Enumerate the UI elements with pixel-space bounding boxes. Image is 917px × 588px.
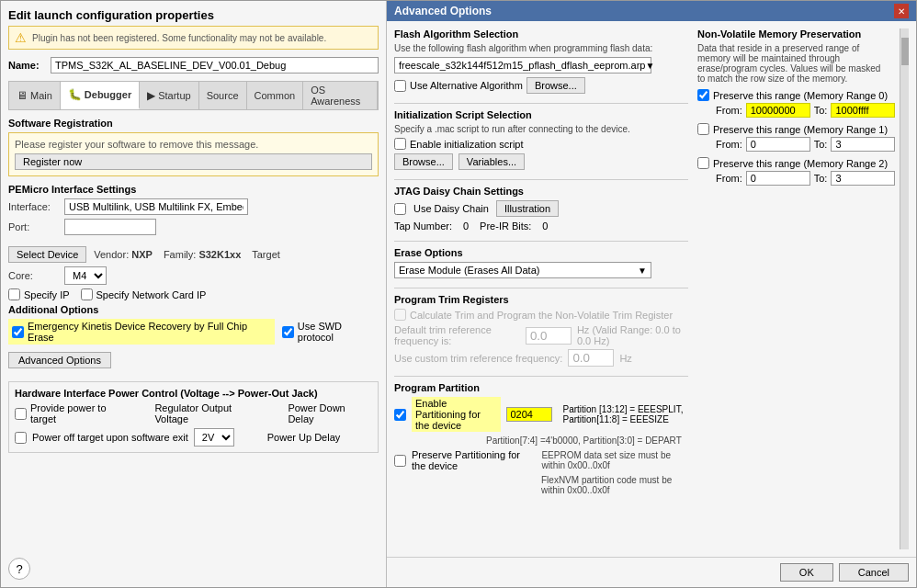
nvm-range-0-from-input[interactable] <box>746 103 810 118</box>
software-reg-title: Software Registration <box>8 118 379 129</box>
nvm-range-2-checkbox[interactable] <box>697 157 709 169</box>
tab-main[interactable]: 🖥 Main <box>9 82 61 109</box>
register-now-button[interactable]: Register now <box>15 153 372 170</box>
tab-common[interactable]: Common <box>247 82 304 109</box>
tap-row: Tap Number: 0 Pre-IR Bits: 0 <box>394 220 688 232</box>
init-browse-button[interactable]: Browse... <box>394 153 453 170</box>
nvm-range-2: Preserve this range (Memory Range 2) Fro… <box>697 157 890 186</box>
interface-input[interactable] <box>64 198 248 215</box>
advanced-options-panel: Advanced Options ✕ Flash Algorithm Selec… <box>387 1 916 587</box>
nvm-range-2-to-input[interactable] <box>831 171 895 186</box>
emergency-recovery-checkbox[interactable] <box>12 326 24 338</box>
tap-number-label: Tap Number: <box>394 220 452 232</box>
software-registration-section: Software Registration Please register yo… <box>8 118 379 176</box>
custom-trim-input[interactable] <box>568 349 614 367</box>
preserve-partition-checkbox[interactable] <box>394 455 406 467</box>
help-button[interactable]: ? <box>8 558 30 580</box>
right-main: Flash Algorithm Selection Use the follow… <box>394 28 688 549</box>
main-tab-icon: 🖥 <box>17 89 28 102</box>
flash-algorithm-section: Flash Algorithm Selection Use the follow… <box>394 28 688 94</box>
enable-init-script-row: Enable initialization script <box>394 138 688 150</box>
content-area: Edit launch configuration properties ⚠ P… <box>1 1 916 587</box>
default-trim-input[interactable] <box>526 327 572 345</box>
preserve-partition-label: Preserve Partitioning for the device <box>412 449 526 471</box>
flash-algorithm-title: Flash Algorithm Selection <box>394 28 688 40</box>
power-up-label: Power Up Delay <box>267 432 340 443</box>
warning-text: Plugin has not been registered. Some fun… <box>32 33 326 43</box>
right-content: Flash Algorithm Selection Use the follow… <box>387 21 916 557</box>
use-swd-label: Use SWD protocol <box>298 321 379 343</box>
debugger-tab-icon: 🐛 <box>68 88 82 101</box>
specify-network-label: Specify Network Card IP <box>96 289 207 300</box>
erase-combo[interactable]: Erase Module (Erases All Data) ▼ <box>394 262 651 278</box>
partition-desc1: Partition [13:12] = EEESPLIT, Partition[… <box>563 404 689 424</box>
power-off-checkbox[interactable] <box>15 432 27 444</box>
advanced-options-dialog-title: Advanced Options <box>394 5 492 17</box>
advanced-options-button[interactable]: Advanced Options <box>8 352 111 368</box>
calc-trim-checkbox[interactable] <box>394 309 406 321</box>
use-swd-checkbox[interactable] <box>282 326 294 338</box>
close-button[interactable]: ✕ <box>894 4 909 18</box>
port-label: Port: <box>8 221 59 232</box>
use-alt-algorithm-checkbox[interactable] <box>394 80 406 92</box>
use-alt-algorithm-row: Use Alternative Algorithm Browse... <box>394 77 688 94</box>
specify-network-checkbox[interactable] <box>81 288 93 300</box>
use-daisy-chain-checkbox[interactable] <box>394 203 406 215</box>
use-daisy-chain-label: Use Daisy Chain <box>413 203 489 214</box>
tab-source[interactable]: Source <box>199 82 247 109</box>
pre-ir-label: Pre-IR Bits: <box>480 220 531 232</box>
specify-ip-label: Specify IP <box>24 289 70 300</box>
ok-button[interactable]: OK <box>780 563 833 582</box>
calc-trim-row: Calculate Trim and Program the Non-Volat… <box>394 309 688 321</box>
erase-title: Erase Options <box>394 247 688 258</box>
nvm-range-1-check: Preserve this range (Memory Range 1) <box>697 123 890 135</box>
enable-init-script-checkbox[interactable] <box>394 138 406 150</box>
partition-value-input[interactable] <box>506 407 552 422</box>
nvm-range-0-checkbox[interactable] <box>697 89 709 101</box>
scroll-thumb[interactable] <box>901 38 909 65</box>
flash-browse-button[interactable]: Browse... <box>526 77 585 94</box>
family-label: Family: S32K1xx <box>164 249 241 260</box>
voltage-select[interactable]: 2V <box>194 428 234 447</box>
nvm-range-0-to-label: To: <box>814 105 828 116</box>
enable-init-script-label: Enable initialization script <box>410 139 524 150</box>
port-input[interactable] <box>64 219 156 235</box>
preserve-partition-row: Preserve Partitioning for the device EEP… <box>394 449 688 471</box>
divider-1 <box>394 103 688 104</box>
core-select[interactable]: M4 <box>64 266 107 285</box>
tab-debugger[interactable]: 🐛 Debugger <box>61 82 140 109</box>
nvm-range-2-from-input[interactable] <box>746 171 810 186</box>
tab-os-awareness[interactable]: OS Awareness <box>303 82 378 109</box>
device-row: Select Device Vendor: NXP Family: S32K1x… <box>8 246 379 263</box>
nvm-range-2-label: Preserve this range (Memory Range 2) <box>713 158 888 169</box>
nvm-range-1-checkbox[interactable] <box>697 123 709 135</box>
use-swd-row: Use SWD protocol <box>282 321 379 343</box>
cancel-button[interactable]: Cancel <box>839 563 909 582</box>
specify-ip-checkbox[interactable] <box>8 288 20 300</box>
use-alt-algorithm-label: Use Alternative Algorithm <box>410 80 523 91</box>
name-input[interactable] <box>51 57 379 74</box>
core-label: Core: <box>8 270 59 281</box>
variables-button[interactable]: Variables... <box>458 153 525 170</box>
enable-partition-checkbox[interactable] <box>394 409 406 421</box>
flash-algorithm-desc: Use the following flash algorithm when p… <box>394 43 688 53</box>
select-device-button[interactable]: Select Device <box>8 246 86 263</box>
flash-algorithm-combo[interactable]: freescale_s32k144f512m15_pflash_dflash_e… <box>394 57 651 74</box>
erase-section: Erase Options Erase Module (Erases All D… <box>394 247 688 278</box>
nvm-range-1-from-to: From: To: <box>697 137 890 152</box>
provide-power-checkbox[interactable] <box>15 408 27 420</box>
specify-ip-row: Specify IP <box>8 288 70 300</box>
tab-startup[interactable]: ▶ Startup <box>140 82 198 109</box>
nvm-range-0-to-input[interactable] <box>831 103 895 118</box>
advanced-options-title-bar: Advanced Options ✕ <box>387 1 916 21</box>
power-down-label: Power Down Delay <box>288 402 372 424</box>
nvm-range-1-from-input[interactable] <box>746 137 810 152</box>
trim-title: Program Trim Registers <box>394 294 688 305</box>
erase-value: Erase Module (Erases All Data) <box>399 265 539 276</box>
illustration-button[interactable]: Illustration <box>496 200 559 217</box>
nvm-range-0-from-label: From: <box>716 105 742 116</box>
nvm-range-1-to-input[interactable] <box>831 137 895 152</box>
combo-arrow-icon: ▼ <box>645 61 654 71</box>
interface-label: Interface: <box>8 201 59 212</box>
custom-trim-label: Use custom trim reference frequency: <box>394 353 562 364</box>
